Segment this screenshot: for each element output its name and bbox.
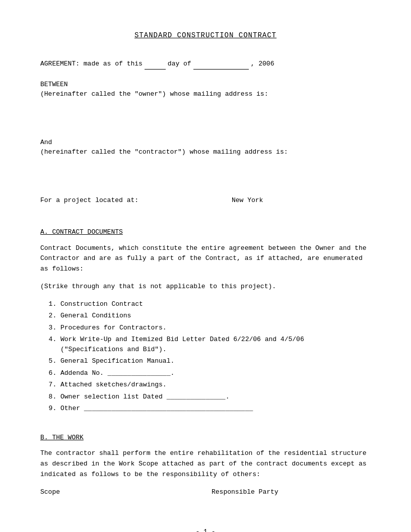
scope-label: Scope	[40, 487, 151, 497]
list-item: Construction Contract	[60, 299, 371, 309]
list-item: Work Write-Up and Itemized Bid Letter Da…	[60, 335, 371, 354]
and-label: And	[40, 138, 371, 148]
list-item: General Conditions	[60, 311, 371, 321]
between-label: BETWEEN	[40, 80, 371, 90]
list-item: Procedures for Contractors.	[60, 323, 371, 333]
page-number: - 1 -	[40, 527, 371, 532]
month-blank	[193, 59, 249, 70]
project-label: For a project located at:	[40, 195, 141, 206]
owner-address-space	[40, 107, 371, 138]
contractor-address-space	[40, 165, 371, 195]
spacer-2	[40, 421, 371, 433]
list-item: Owner selection list Dated _____________…	[60, 392, 371, 402]
responsible-party-label: Responsible Party	[212, 487, 279, 497]
section-a-heading: A. CONTRACT DOCUMENTS	[40, 227, 371, 237]
section-a-paragraph1: Contract Documents, which constitute the…	[40, 243, 371, 275]
list-item: Attached sketches/drawings.	[60, 380, 371, 390]
section-a-paragraph2: (Strike through any that is not applicab…	[40, 282, 371, 292]
document-page: STANDARD CONSTRUCTION CONTRACT AGREEMENT…	[0, 0, 411, 532]
section-b-paragraph: The contractor shall perform the entire …	[40, 448, 371, 480]
project-line: For a project located at: New York	[40, 195, 371, 206]
day-blank	[145, 59, 166, 70]
section-b-heading: B. THE WORK	[40, 433, 371, 443]
list-item: Addenda No. ________________.	[60, 368, 371, 378]
document-title: STANDARD CONSTRUCTION CONTRACT	[40, 30, 371, 41]
spacer-1	[40, 215, 371, 227]
agreement-line: AGREEMENT: made as of this day of , 2006	[40, 59, 371, 70]
list-item: Other __________________________________…	[60, 404, 371, 414]
project-location: New York	[232, 195, 263, 206]
year-label: , 2006	[251, 59, 275, 69]
contractor-description: (hereinafter called the "contractor") wh…	[40, 147, 371, 157]
between-description: (Hereinafter called the "owner") whose m…	[40, 89, 371, 99]
contract-documents-list: Construction Contract General Conditions…	[60, 299, 371, 414]
day-of-label: day of	[168, 59, 191, 69]
and-block: And (hereinafter called the "contractor"…	[40, 138, 371, 157]
scope-line: Scope Responsible Party	[40, 487, 371, 497]
list-item: General Specification Manual.	[60, 356, 371, 366]
between-block: BETWEEN (Hereinafter called the "owner")…	[40, 80, 371, 99]
agreement-label: AGREEMENT: made as of this	[40, 59, 143, 69]
